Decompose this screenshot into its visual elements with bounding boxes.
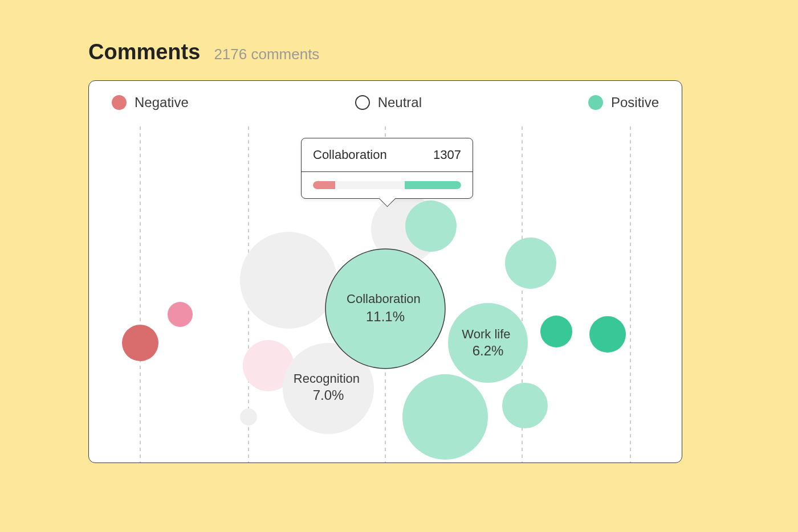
bubble[interactable] [240,408,257,425]
legend-negative[interactable]: Negative [112,95,189,111]
circle-icon [112,95,127,110]
comment-count: 2176 comments [214,46,319,63]
tooltip-count: 1307 [433,148,461,162]
legend-label: Negative [135,95,189,111]
bar-segment-negative [313,181,335,189]
bubble[interactable] [540,316,572,347]
bubble[interactable] [168,302,193,327]
bubble[interactable] [505,238,556,289]
tooltip: Collaboration 1307 [301,138,473,199]
header: Comments 2176 comments [88,40,681,64]
legend-label: Positive [611,95,659,111]
legend-label: Neutral [378,95,422,111]
bubble[interactable] [240,232,337,329]
bubble[interactable] [122,325,158,361]
legend-neutral[interactable]: Neutral [355,95,422,111]
tooltip-label: Collaboration [313,148,387,162]
bar-segment-neutral [335,181,405,189]
tooltip-sentiment-bar [313,181,461,189]
sentiment-bubble-chart[interactable]: Negative Neutral Positive [88,80,682,463]
legend-positive[interactable]: Positive [588,95,659,111]
circle-icon [355,95,370,110]
page-title: Comments [88,40,200,64]
bubble[interactable] [589,316,626,353]
legend: Negative Neutral Positive [89,95,682,111]
bubble[interactable] [502,383,548,428]
bubble[interactable] [405,200,457,252]
circle-icon [588,95,603,110]
bar-segment-positive [405,181,461,189]
bubble[interactable] [402,374,488,460]
